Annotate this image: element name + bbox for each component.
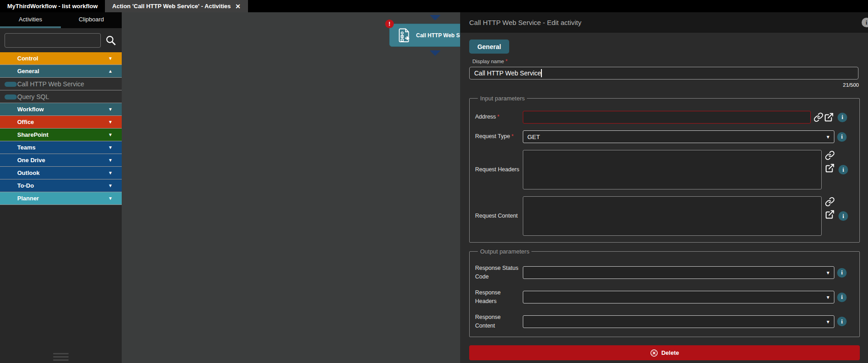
close-icon[interactable]: ✕ [235,3,241,10]
chevron-down-icon: ▼ [108,170,113,175]
group-label: General [17,68,39,75]
activity-groups: Control ▼ General ▲ Call HTTP Web Servic… [0,52,122,205]
group-label: Control [17,55,38,62]
sidebar-group-one-drive[interactable]: One Drive ▼ [0,154,122,167]
chevron-down-icon: ▼ [826,295,830,300]
field-row-request-content: Request Content i [475,196,854,236]
window-tab-workflow[interactable]: MyThirdWorkflow - list workflow [0,0,105,12]
chevron-down-icon: ▼ [108,56,113,61]
search-input[interactable] [5,33,101,48]
sidebar-group-sharepoint[interactable]: SharePoint ▼ [0,129,122,141]
response-status-code-label: Response Status Code [475,264,523,282]
tab-activities[interactable]: Activities [0,12,61,28]
info-icon[interactable]: i [838,165,848,174]
chevron-down-icon: ▼ [826,134,830,139]
request-type-select[interactable]: GET ▼ [523,130,834,143]
window-tab-label: Action 'Call HTTP Web Service' - Activit… [112,3,231,10]
info-icon[interactable]: i [837,268,847,278]
response-headers-label: Response Headers [475,288,523,306]
window-tab-label: MyThirdWorkflow - list workflow [7,3,98,10]
response-content-label: Response Content [475,313,523,331]
activity-pill-icon [5,82,17,87]
info-icon[interactable]: i [862,18,868,27]
activity-pill-icon [5,94,17,99]
group-label: One Drive [17,157,45,164]
tab-general[interactable]: General [469,40,509,54]
tab-clipboard[interactable]: Clipboard [61,12,122,28]
sidebar-group-teams[interactable]: Teams ▼ [0,141,122,154]
sidebar-group-outlook[interactable]: Outlook ▼ [0,167,122,179]
response-headers-select[interactable]: ▼ [523,291,834,303]
panel-header: Call HTTP Web Service - Edit activity i [460,12,868,33]
group-label: Outlook [17,169,40,176]
chevron-down-icon: ▼ [108,196,113,201]
sidebar-group-control[interactable]: Control ▼ [0,52,122,65]
sidebar-tab-bar: Activities Clipboard [0,12,122,28]
sidebar-group-office[interactable]: Office ▼ [0,116,122,129]
field-row-response-status-code: Response Status Code ▼ i [475,264,854,282]
info-icon[interactable]: i [838,113,847,122]
link-variable-icon[interactable] [824,150,835,160]
info-icon[interactable]: i [838,211,848,221]
open-expression-editor-icon[interactable] [823,112,834,123]
char-counter: 21/500 [469,82,859,88]
application-window: MyThirdWorkflow - list workflow Action '… [0,0,868,363]
link-variable-icon[interactable] [813,112,823,123]
group-label: Planner [17,195,39,202]
group-label: To-Do [17,182,34,189]
open-expression-editor-icon[interactable] [824,209,835,219]
sidebar-resize-grip[interactable] [53,353,69,361]
chevron-down-icon: ▼ [826,319,830,324]
activity-item-call-http-web-service[interactable]: Call HTTP Web Service [0,78,122,90]
response-status-code-select[interactable]: ▼ [523,266,834,279]
sidebar-group-workflow[interactable]: Workflow ▼ [0,103,122,116]
required-asterisk: * [511,133,514,139]
display-name-label: Display name* [472,58,860,65]
window-tab-bar: MyThirdWorkflow - list workflow Action '… [0,0,868,12]
field-row-response-headers: Response Headers ▼ i [475,288,854,306]
sidebar-group-to-do[interactable]: To-Do ▼ [0,179,122,192]
response-content-select[interactable]: ▼ [523,315,834,328]
output-parameters-fieldset: Output parameters Response Status Code ▼… [469,248,860,337]
window-tab-action-edit[interactable]: Action 'Call HTTP Web Service' - Activit… [105,0,248,12]
search-icon[interactable] [104,34,117,47]
panel-content: General Display name* 21/500 Input param… [460,33,868,360]
delete-button[interactable]: Delete [469,345,860,360]
info-icon[interactable]: i [837,132,847,142]
request-type-label: Request Type* [475,132,523,141]
input-parameters-fieldset: Input parameters Address* [469,95,860,243]
activity-item-query-sql[interactable]: Query SQL [0,90,122,103]
chevron-down-icon: ▼ [108,119,113,124]
panel-title: Call HTTP Web Service - Edit activity [469,19,581,26]
address-input[interactable] [523,111,811,124]
field-row-response-content: Response Content ▼ i [475,313,854,331]
chevron-down-icon: ▼ [108,132,113,137]
activity-item-label: Call HTTP Web Service [17,80,84,88]
info-icon[interactable]: i [837,293,847,302]
display-name-input[interactable] [469,67,858,80]
request-content-textarea[interactable] [523,196,822,236]
field-row-request-type: Request Type* GET ▼ i [475,130,854,143]
open-expression-editor-icon[interactable] [824,163,835,173]
info-icon[interactable]: i [837,317,847,326]
link-variable-icon[interactable] [824,196,835,207]
activity-item-label: Query SQL [17,93,49,100]
delete-button-label: Delete [661,349,679,356]
sidebar-group-general[interactable]: General ▲ [0,65,122,78]
request-headers-textarea[interactable] [523,150,822,189]
sidebar-group-planner[interactable]: Planner ▼ [0,192,122,205]
connector-arrow-bottom[interactable] [430,50,441,56]
chevron-down-icon: ▼ [108,145,113,150]
chevron-down-icon: ▼ [108,107,113,112]
chevron-down-icon: ▼ [108,183,113,188]
group-label: SharePoint [17,131,49,138]
required-asterisk: * [497,114,500,120]
group-label: Teams [17,144,35,151]
output-parameters-legend: Output parameters [478,248,531,255]
group-label: Office [17,119,34,125]
text-caret [541,69,542,77]
group-label: Workflow [17,106,44,113]
chevron-up-icon: ▲ [108,69,113,74]
chevron-down-icon: ▼ [108,158,113,163]
connector-arrow-top[interactable] [430,15,441,20]
